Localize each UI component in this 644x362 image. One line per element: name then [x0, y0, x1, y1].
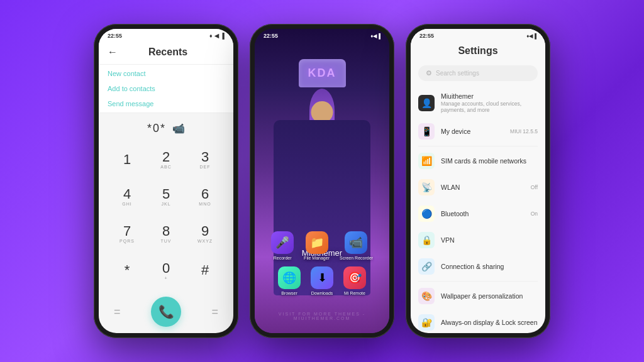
- key-6[interactable]: 6MNO: [186, 178, 225, 216]
- status-bar-3: 22:55 ♦◀▐: [411, 29, 545, 41]
- filemanager-icon: 📁: [306, 231, 328, 254]
- key-5[interactable]: 5JKL: [147, 178, 186, 216]
- sim-text: SIM cards & mobile networks: [441, 157, 538, 165]
- vpn-icon: 🔒: [418, 232, 435, 248]
- dialer-code-display: *0* 📹: [99, 113, 233, 139]
- screenrecorder-icon: 📹: [345, 231, 367, 254]
- settings-connection[interactable]: 🔗 Connection & sharing: [411, 253, 545, 280]
- wlan-badge: Off: [531, 184, 538, 190]
- connection-text: Connection & sharing: [441, 263, 538, 270]
- app-screenrecorder[interactable]: 📹 Screen Recorder: [340, 231, 373, 260]
- downloads-icon: ⬇: [311, 266, 333, 289]
- wlan-text: WLAN: [441, 184, 525, 191]
- settings-wlan[interactable]: 📡 WLAN Off: [411, 174, 545, 200]
- add-contacts-link[interactable]: Add to contacts: [108, 85, 225, 92]
- sim-title: SIM cards & mobile networks: [441, 157, 538, 165]
- connection-icon: 🔗: [418, 258, 435, 275]
- call-button[interactable]: 📞: [151, 297, 181, 327]
- account-text: Miuithemer Manage accounts, cloud servic…: [441, 92, 538, 113]
- browser-icon: 🌐: [278, 266, 301, 289]
- settings-vpn[interactable]: 🔒 VPN: [411, 227, 545, 253]
- app-row-2: 🌐 Browser ⬇ Downloads 🎯 Mi Remote: [261, 266, 383, 295]
- time-2: 22:55: [264, 33, 278, 39]
- settings-sim[interactable]: 📶 SIM cards & mobile networks: [411, 148, 545, 174]
- settings-search-bar[interactable]: ⚙ Search settings: [418, 65, 538, 81]
- kda-logo: KDA: [308, 67, 336, 80]
- app-grid: 🎤 Recorder 📁 File Manager 📹 Screen Recor…: [255, 231, 389, 302]
- settings-wallpaper[interactable]: 🎨 Wallpaper & personalization: [411, 283, 545, 309]
- app-row-1: 🎤 Recorder 📁 File Manager 📹 Screen Recor…: [261, 231, 383, 260]
- home-screen: KDA 22:55 ♦◀▐ Miuithemer 🎤 Recorder 📁 Fi…: [255, 29, 389, 333]
- status-icons-3: ♦◀▐: [526, 33, 536, 39]
- account-subtitle: Manage accounts, cloud services, payment…: [441, 101, 538, 113]
- browser-label: Browser: [281, 291, 297, 295]
- status-icons-2: ♦◀▐: [370, 33, 380, 39]
- settings-bluetooth[interactable]: 🔵 Bluetooth On: [411, 200, 545, 227]
- miremote-label: Mi Remote: [344, 291, 365, 295]
- account-icon: 👤: [418, 95, 435, 111]
- kda-hat: KDA: [299, 59, 346, 87]
- downloads-label: Downloads: [311, 291, 333, 295]
- key-3[interactable]: 3DEF: [186, 141, 225, 178]
- recorder-label: Recorder: [274, 256, 292, 260]
- status-icons-1: ♦ ◀ ▐: [209, 33, 225, 39]
- lockscreen-text: Always-on display & Lock screen: [441, 319, 538, 326]
- vpn-text: VPN: [441, 236, 538, 244]
- app-browser[interactable]: 🌐 Browser: [278, 266, 301, 295]
- bluetooth-title: Bluetooth: [441, 210, 525, 217]
- app-filemanager[interactable]: 📁 File Manager: [304, 231, 330, 260]
- search-placeholder: Search settings: [436, 70, 479, 77]
- keypad: 1 2ABC 3DEF 4GHI 5JKL 6MNO 7PQRS 8TUV 9W…: [99, 139, 233, 292]
- time-1: 22:55: [108, 33, 122, 39]
- key-1[interactable]: 1: [108, 141, 147, 178]
- wallpaper-icon: 🎨: [418, 288, 435, 304]
- key-hash[interactable]: #: [186, 252, 225, 289]
- wlan-title: WLAN: [441, 184, 525, 191]
- code-text: *0*: [147, 122, 166, 135]
- device-icon: 📱: [418, 123, 435, 140]
- connection-title: Connection & sharing: [441, 263, 538, 270]
- back-button[interactable]: ←: [108, 47, 118, 58]
- lockscreen-icon: 🔐: [418, 314, 435, 331]
- video-call-icon[interactable]: 📹: [172, 123, 185, 134]
- time-3: 22:55: [419, 33, 434, 39]
- phone-dialer: 22:55 ♦ ◀ ▐ ← Recents New contact Add to…: [94, 24, 238, 338]
- app-downloads[interactable]: ⬇ Downloads: [311, 266, 333, 295]
- settings-title: Settings: [458, 45, 497, 56]
- key-2[interactable]: 2ABC: [147, 141, 186, 178]
- equals-right: =: [211, 305, 218, 319]
- app-miremote[interactable]: 🎯 Mi Remote: [343, 266, 366, 295]
- miremote-icon: 🎯: [343, 266, 366, 289]
- settings-list: 👤 Miuithemer Manage accounts, cloud serv…: [411, 85, 545, 333]
- settings-account[interactable]: 👤 Miuithemer Manage accounts, cloud serv…: [411, 87, 545, 118]
- dialer-screen: 22:55 ♦ ◀ ▐ ← Recents New contact Add to…: [99, 29, 233, 333]
- phone-settings: 22:55 ♦◀▐ Settings ⚙ Search settings 👤 M…: [406, 24, 550, 338]
- key-9[interactable]: 9WXYZ: [186, 216, 225, 253]
- new-contact-link[interactable]: New contact: [108, 70, 225, 77]
- device-badge: MIUI 12.5.5: [510, 128, 538, 134]
- settings-lockscreen[interactable]: 🔐 Always-on display & Lock screen: [411, 309, 545, 333]
- recents-title: Recents: [124, 47, 225, 58]
- wallpaper-text: Wallpaper & personalization: [441, 292, 538, 300]
- divider-1: [418, 146, 538, 146]
- recorder-icon: 🎤: [271, 231, 294, 254]
- status-bar-2: 22:55 ♦◀▐: [255, 29, 389, 41]
- key-4[interactable]: 4GHI: [108, 178, 147, 216]
- key-star[interactable]: *: [108, 252, 147, 289]
- screenrecorder-label: Screen Recorder: [340, 256, 373, 260]
- quick-links: New contact Add to contacts Send message: [99, 65, 233, 113]
- key-7[interactable]: 7PQRS: [108, 216, 147, 253]
- wallpaper-title: Wallpaper & personalization: [441, 292, 538, 300]
- send-message-link[interactable]: Send message: [108, 100, 225, 107]
- divider-2: [418, 281, 538, 282]
- kda-hat-area: KDA: [297, 54, 347, 92]
- settings-device[interactable]: 📱 My device MIUI 12.5.5: [411, 118, 545, 145]
- phone-home: KDA 22:55 ♦◀▐ Miuithemer 🎤 Recorder 📁 Fi…: [250, 24, 394, 338]
- equals-left: =: [114, 305, 121, 319]
- device-text: My device: [441, 128, 504, 135]
- app-recorder[interactable]: 🎤 Recorder: [271, 231, 294, 260]
- key-8[interactable]: 8TUV: [147, 216, 186, 253]
- key-0[interactable]: 0+: [147, 252, 186, 289]
- dialer-bottom-bar: = 📞 =: [99, 292, 233, 333]
- filemanager-label: File Manager: [304, 256, 330, 260]
